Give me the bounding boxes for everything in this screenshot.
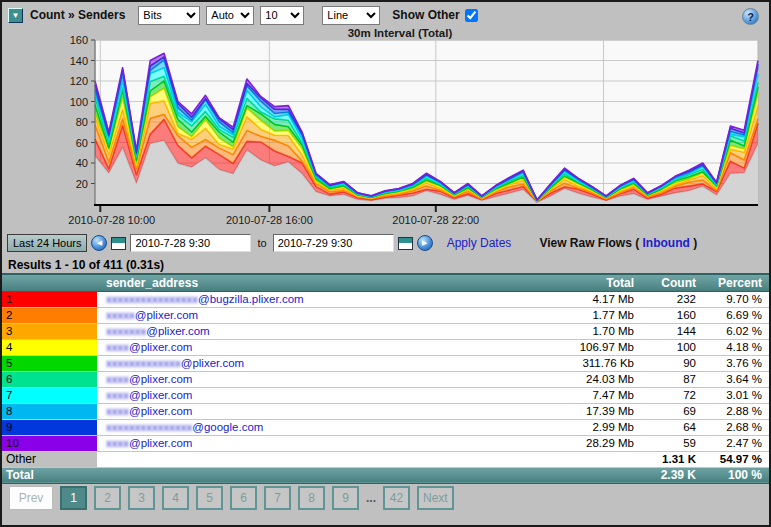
percent-cell: 9.70 % (703, 291, 769, 307)
rank-swatch: 8 (2, 403, 97, 419)
rank-swatch: 3 (2, 323, 97, 339)
sender-address-link[interactable]: xxxx@plixer.com (106, 341, 192, 353)
svg-text:2010-07-28 22:00: 2010-07-28 22:00 (392, 214, 479, 226)
page-button-42[interactable]: 42 (383, 486, 410, 510)
table-row: 1xxxxxxxxxxxxxxxx@bugzilla.plixer.com4.1… (2, 291, 769, 307)
sender-domain: @plixer.com (129, 389, 192, 401)
units-select[interactable]: Bits (138, 6, 200, 25)
show-other-checkbox[interactable] (465, 9, 478, 22)
table-row: 6xxxx@plixer.com24.03 Mb873.64 % (2, 371, 769, 387)
calendar-icon-from[interactable] (111, 237, 126, 250)
sender-address-cell: xxxx@plixer.com (97, 403, 531, 419)
total-sender-cell (97, 467, 531, 483)
interval-chart: 204060801001201401602010-07-28 10:002010… (2, 28, 769, 230)
sender-domain: @plixer.com (146, 325, 209, 337)
rank-swatch: 7 (2, 387, 97, 403)
forward-arrow-button[interactable]: ▶ (417, 235, 433, 251)
page-button-1[interactable]: 1 (60, 486, 87, 510)
sender-address-column-header[interactable]: sender_address (97, 274, 531, 291)
grand-total-cell (531, 467, 641, 483)
from-date-input[interactable] (130, 234, 251, 252)
raw-flows-prefix: View Raw Flows ( (539, 236, 639, 250)
rank-swatch: 9 (2, 419, 97, 435)
page-button-9[interactable]: 9 (332, 486, 359, 510)
svg-text:140: 140 (70, 55, 88, 67)
page-button-4[interactable]: 4 (162, 486, 189, 510)
table-header-row: sender_address Total Count Percent (2, 274, 769, 291)
percent-cell: 6.02 % (703, 323, 769, 339)
top-toolbar: ▼ Count » Senders BitsAuto10Line Show Ot… (2, 2, 769, 28)
sender-domain: @google.com (192, 421, 263, 433)
calendar-icon-to[interactable] (398, 237, 413, 250)
top-n-select[interactable]: 10 (260, 6, 304, 25)
apply-dates-link[interactable]: Apply Dates (447, 236, 512, 250)
svg-text:100: 100 (70, 96, 88, 108)
total-cell: 17.39 Mb (531, 403, 641, 419)
sender-address-link[interactable]: xxxxxxxxxxxxx@plixer.com (106, 357, 244, 369)
percent-column-header[interactable]: Percent (703, 274, 769, 291)
last-24-hours-button[interactable]: Last 24 Hours (7, 234, 87, 252)
rank-swatch: 1 (2, 291, 97, 307)
count-column-header[interactable]: Count (641, 274, 703, 291)
total-row: Total2.39 K100 % (2, 467, 769, 483)
collapse-chart-icon[interactable]: ▼ (8, 8, 23, 23)
sender-address-cell: xxxxxxxxxxxxxxxx@bugzilla.plixer.com (97, 291, 531, 307)
total-cell: 7.47 Mb (531, 387, 641, 403)
total-cell: 24.03 Mb (531, 371, 641, 387)
obscured-local-part: xxxx (106, 405, 129, 417)
inbound-link[interactable]: Inbound (643, 236, 690, 250)
sender-address-link[interactable]: xxxx@plixer.com (106, 405, 192, 417)
page-button-8[interactable]: 8 (298, 486, 325, 510)
back-arrow-button[interactable]: ◀ (91, 235, 107, 251)
sender-domain: @plixer.com (129, 405, 192, 417)
percent-cell: 6.69 % (703, 307, 769, 323)
sender-address-link[interactable]: xxxx@plixer.com (106, 437, 192, 449)
obscured-local-part: xxxxxxxxxxxxx (106, 357, 181, 369)
sender-address-link[interactable]: xxxx@plixer.com (106, 389, 192, 401)
next-page-button[interactable]: Next (417, 486, 454, 510)
total-cell: 28.29 Mb (531, 435, 641, 451)
sender-address-cell: xxxxxxxxxxxxx@plixer.com (97, 355, 531, 371)
rank-swatch: 2 (2, 307, 97, 323)
sender-address-link[interactable]: xxxxxxxxxxxxxxxx@bugzilla.plixer.com (106, 293, 304, 305)
total-column-header[interactable]: Total (531, 274, 641, 291)
obscured-local-part: xxxx (106, 373, 129, 385)
sender-address-link[interactable]: xxxxxxxxxxxxxxx@google.com (106, 421, 263, 433)
table-row: 9xxxxxxxxxxxxxxx@google.com2.99 Mb642.68… (2, 419, 769, 435)
other-total-cell (531, 451, 641, 467)
count-cell: 87 (641, 371, 703, 387)
page-button-7[interactable]: 7 (264, 486, 291, 510)
sender-address-cell: xxxxx@plixer.com (97, 307, 531, 323)
sender-address-link[interactable]: xxxxxxx@plixer.com (106, 325, 210, 337)
obscured-local-part: xxxxxxx (106, 325, 146, 337)
report-window: ▼ Count » Senders BitsAuto10Line Show Ot… (0, 0, 771, 527)
table-row: 7xxxx@plixer.com7.47 Mb723.01 % (2, 387, 769, 403)
page-button-5[interactable]: 5 (196, 486, 223, 510)
sender-domain: @plixer.com (135, 309, 198, 321)
page-button-3[interactable]: 3 (128, 486, 155, 510)
prev-page-button[interactable]: Prev (9, 486, 53, 510)
table-row: 5xxxxxxxxxxxxx@plixer.com311.76 Kb903.76… (2, 355, 769, 371)
svg-text:120: 120 (70, 75, 88, 87)
total-cell: 1.70 Mb (531, 323, 641, 339)
svg-text:2010-07-28 10:00: 2010-07-28 10:00 (68, 214, 155, 226)
sender-address-cell: xxxx@plixer.com (97, 435, 531, 451)
percent-cell: 3.01 % (703, 387, 769, 403)
rank-column-header (2, 274, 97, 291)
sender-address-link[interactable]: xxxxx@plixer.com (106, 309, 198, 321)
page-button-2[interactable]: 2 (94, 486, 121, 510)
count-cell: 64 (641, 419, 703, 435)
sender-domain: @plixer.com (129, 373, 192, 385)
page-button-6[interactable]: 6 (230, 486, 257, 510)
to-date-input[interactable] (273, 234, 394, 252)
sender-address-link[interactable]: xxxx@plixer.com (106, 373, 192, 385)
other-count-cell: 1.31 K (641, 451, 703, 467)
help-icon[interactable]: ? (742, 8, 759, 25)
percent-cell: 2.68 % (703, 419, 769, 435)
obscured-local-part: xxxxxxxxxxxxxxxx (106, 293, 198, 305)
rollup-select[interactable]: Auto (206, 6, 254, 25)
obscured-local-part: xxxx (106, 341, 129, 353)
svg-text:2010-07-28 16:00: 2010-07-28 16:00 (226, 214, 313, 226)
toolbar-selects: BitsAuto10Line (134, 5, 386, 25)
chart-type-select[interactable]: Line (322, 6, 380, 25)
